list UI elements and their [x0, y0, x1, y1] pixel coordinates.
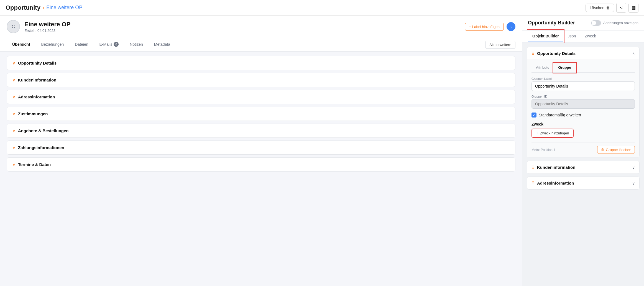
changes-toggle[interactable]: [591, 20, 601, 26]
builder-section-opportunity-details: ⠿ Opportunity Details ∧ Attribute Gruppe: [527, 47, 640, 157]
right-panel-header: Opportunity Builder Änderungen anzeigen: [522, 16, 644, 30]
tab-ubersicht[interactable]: Übersicht: [7, 38, 36, 51]
section-termine-daten[interactable]: ∨ Termine & Daten: [7, 157, 515, 172]
section-kundeninformation[interactable]: ∨ Kundeninformation: [7, 73, 515, 87]
grid-button[interactable]: ▦: [628, 3, 638, 13]
right-panel-title: Opportunity Builder: [528, 20, 575, 26]
trash-icon: 🗑: [606, 6, 610, 10]
toggle-row: Änderungen anzeigen: [591, 20, 638, 26]
builder-section-body: Attribute Gruppe Gruppen Label Gruppen I…: [527, 60, 639, 157]
share-button[interactable]: <: [616, 3, 626, 13]
gruppen-id-input[interactable]: [531, 99, 635, 109]
chevron-down-icon: ∨: [12, 162, 15, 167]
tab-emails[interactable]: E-Mails 0: [94, 38, 124, 51]
section-adressinformation[interactable]: ∨ Adressinformation: [7, 90, 515, 104]
builder-section-title: Opportunity Details: [537, 51, 576, 56]
right-panel-tabs: Objekt Builder Json Zweck: [522, 30, 644, 42]
toggle-label: Änderungen anzeigen: [603, 21, 638, 25]
tab-objekt-builder[interactable]: Objekt Builder: [528, 30, 563, 42]
drag-icon: ⠿: [531, 165, 534, 170]
avatar: ↻: [7, 20, 20, 33]
gruppen-id-group: Gruppen ID: [531, 95, 635, 109]
zweck-hinzufugen-button[interactable]: + + Zweck hinzufügen: [531, 129, 574, 138]
chevron-down-icon: ∨: [12, 95, 15, 99]
zweck-title: Zweck: [531, 122, 635, 126]
alle-erweitern-button[interactable]: Alle erweitern: [485, 41, 515, 49]
section-angebote-bestellungen[interactable]: ∨ Angebote & Bestellungen: [7, 124, 515, 138]
tab-zweck[interactable]: Zweck: [580, 30, 600, 42]
collapse-button[interactable]: ‹: [507, 22, 515, 31]
tab-metadata[interactable]: Metadata: [149, 38, 176, 51]
tabs-bar: Übersicht Beziehungen Dateien E-Mails 0 …: [0, 38, 522, 52]
chevron-down-icon: ∨: [12, 78, 15, 82]
meta-row: Meta: Position 1 🗑 Gruppe löschen: [531, 142, 635, 154]
gruppen-label-group: Gruppen Label: [531, 77, 635, 91]
chevron-down-icon: ∨: [12, 112, 15, 116]
share-icon: <: [620, 5, 622, 10]
tabs-list: Übersicht Beziehungen Dateien E-Mails 0 …: [7, 38, 176, 51]
checkbox-label: Standardmäßig erweitert: [539, 113, 581, 117]
builder-section-collapsed-left: ⠿ Kundeninformation: [531, 165, 575, 170]
record-meta: Erstellt: 04.01.2023: [24, 29, 70, 33]
chevron-down-icon: ∨: [12, 129, 15, 133]
tab-gruppe[interactable]: Gruppe: [554, 63, 575, 72]
chevron-down-icon: ∨: [632, 165, 635, 170]
drag-icon: ⠿: [531, 181, 534, 185]
record-info: Eine weitere OP Erstellt: 04.01.2023: [24, 21, 70, 33]
label-hinzufugen-button[interactable]: + Label hinzufügen: [465, 23, 504, 31]
grid-icon: ▦: [632, 5, 636, 10]
chevron-down-icon: ∨: [12, 145, 15, 150]
sync-icon: ↻: [11, 23, 16, 30]
chevron-up-icon: ∧: [632, 51, 635, 56]
breadcrumb: Opportunity › Eine weitere OP: [6, 4, 82, 11]
attr-gruppe-tabs: Attribute Gruppe: [531, 63, 635, 73]
builder-section-header-left: ⠿ Opportunity Details: [531, 51, 576, 56]
loschen-button[interactable]: Löschen 🗑: [586, 4, 614, 12]
gruppen-label-input[interactable]: [531, 81, 635, 91]
chevron-left-icon: ‹: [510, 24, 512, 29]
drag-icon: ⠿: [531, 51, 534, 56]
top-header: Opportunity › Eine weitere OP Löschen 🗑 …: [0, 0, 644, 16]
sections-container: ∨ Opportunity Details ∨ Kundeninformatio…: [0, 52, 522, 176]
section-opportunity-details[interactable]: ∨ Opportunity Details: [7, 56, 515, 70]
gruppen-label-label: Gruppen Label: [531, 77, 635, 80]
gruppe-loschen-button[interactable]: 🗑 Gruppe löschen: [597, 146, 635, 154]
breadcrumb-main[interactable]: Opportunity: [6, 4, 40, 11]
breadcrumb-sub[interactable]: Eine weitere OP: [46, 5, 82, 11]
section-zahlungsinformationen[interactable]: ∨ Zahlungsinformationen: [7, 141, 515, 155]
breadcrumb-chevron-icon: ›: [43, 5, 44, 10]
builder-content: ⠿ Opportunity Details ∧ Attribute Gruppe: [522, 42, 644, 286]
tab-attribute[interactable]: Attribute: [531, 63, 554, 72]
emails-badge: 0: [114, 42, 119, 47]
tab-json[interactable]: Json: [563, 30, 581, 42]
checkbox-row: ✓ Standardmäßig erweitert: [531, 113, 635, 118]
builder-section-adressinformation[interactable]: ⠿ Adressinformation ∨: [527, 177, 640, 190]
record-title: Eine weitere OP: [24, 21, 70, 28]
chevron-down-icon: ∨: [12, 61, 15, 65]
record-header-right: + Label hinzufügen ‹: [465, 22, 515, 31]
tab-beziehungen[interactable]: Beziehungen: [36, 38, 70, 51]
record-header: ↻ Eine weitere OP Erstellt: 04.01.2023 +…: [0, 16, 522, 38]
standardmassig-checkbox[interactable]: ✓: [531, 113, 536, 118]
header-actions: Löschen 🗑 < ▦: [586, 3, 638, 13]
tab-dateien[interactable]: Dateien: [69, 38, 94, 51]
gruppen-id-label: Gruppen ID: [531, 95, 635, 98]
record-header-left: ↻ Eine weitere OP Erstellt: 04.01.2023: [7, 20, 70, 33]
tab-notizen[interactable]: Notizen: [124, 38, 148, 51]
right-panel: Opportunity Builder Änderungen anzeigen …: [522, 16, 644, 286]
builder-section-header[interactable]: ⠿ Opportunity Details ∧: [527, 47, 639, 60]
meta-text: Meta: Position 1: [531, 148, 555, 152]
chevron-down-icon: ∨: [632, 181, 635, 185]
section-zustimmungen[interactable]: ∨ Zustimmungen: [7, 107, 515, 121]
left-panel: ↻ Eine weitere OP Erstellt: 04.01.2023 +…: [0, 16, 522, 286]
builder-section-kundeninformation[interactable]: ⠿ Kundeninformation ∨: [527, 161, 640, 174]
builder-section-collapsed-left: ⠿ Adressinformation: [531, 181, 574, 185]
main-layout: ↻ Eine weitere OP Erstellt: 04.01.2023 +…: [0, 16, 644, 286]
trash-icon: 🗑: [601, 148, 604, 152]
